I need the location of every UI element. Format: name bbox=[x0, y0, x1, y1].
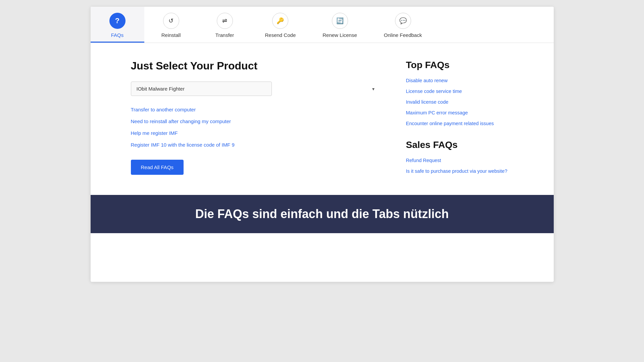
tab-faqs-label: FAQs bbox=[111, 32, 124, 38]
chevron-down-icon: ▾ bbox=[372, 86, 375, 92]
top-faq-link-1[interactable]: License code service time bbox=[406, 89, 513, 94]
tab-resend-code-label: Resend Code bbox=[265, 32, 296, 38]
faq-link-0[interactable]: Transfer to another computer bbox=[131, 107, 379, 112]
main-container: ? FAQs ↺ Reinstall ⇌ Transfer 🔑 Resend C… bbox=[91, 7, 554, 282]
faqs-icon: ? bbox=[109, 13, 126, 29]
tab-transfer[interactable]: ⇌ Transfer bbox=[198, 7, 252, 43]
tab-renew-license[interactable]: 🔄 Renew License bbox=[309, 7, 370, 43]
product-select[interactable]: IObit Malware Fighter Advanced SystemCar… bbox=[131, 82, 272, 96]
content-area: Just Select Your Product IObit Malware F… bbox=[91, 43, 554, 188]
product-select-wrapper: IObit Malware Fighter Advanced SystemCar… bbox=[131, 82, 379, 96]
top-faq-link-0[interactable]: Disable auto renew bbox=[406, 78, 513, 83]
banner-text: Die FAQs sind einfach und die Tabs nützl… bbox=[195, 207, 449, 221]
faq-link-2[interactable]: Help me register IMF bbox=[131, 130, 379, 136]
renew-license-icon: 🔄 bbox=[332, 13, 348, 29]
resend-code-icon: 🔑 bbox=[272, 13, 288, 29]
tab-transfer-label: Transfer bbox=[215, 32, 234, 38]
tab-faqs[interactable]: ? FAQs bbox=[91, 7, 144, 43]
faq-links: Transfer to another computer Need to rei… bbox=[131, 107, 379, 148]
faq-link-3[interactable]: Register IMF 10 with the license code of… bbox=[131, 142, 379, 148]
tab-renew-license-label: Renew License bbox=[323, 32, 357, 38]
top-faq-link-3[interactable]: Maximum PC error message bbox=[406, 110, 513, 115]
tab-reinstall[interactable]: ↺ Reinstall bbox=[144, 7, 198, 43]
transfer-icon: ⇌ bbox=[217, 13, 233, 29]
left-column: Just Select Your Product IObit Malware F… bbox=[131, 60, 379, 175]
bottom-banner: Die FAQs sind einfach und die Tabs nützl… bbox=[91, 195, 554, 233]
tab-online-feedback[interactable]: 💬 Online Feedback bbox=[370, 7, 435, 43]
section-title: Just Select Your Product bbox=[131, 60, 379, 72]
top-faqs-title: Top FAQs bbox=[406, 60, 513, 70]
sales-faq-links: Refund Request Is it safe to purchase pr… bbox=[406, 158, 513, 174]
online-feedback-icon: 💬 bbox=[395, 13, 411, 29]
sales-faq-link-0[interactable]: Refund Request bbox=[406, 158, 513, 163]
reinstall-icon: ↺ bbox=[163, 13, 179, 29]
faq-link-1[interactable]: Need to reinstall after changing my comp… bbox=[131, 118, 379, 124]
sales-faqs-title: Sales FAQs bbox=[406, 140, 513, 150]
top-faq-link-2[interactable]: Invalid license code bbox=[406, 99, 513, 105]
tab-online-feedback-label: Online Feedback bbox=[384, 32, 422, 38]
read-all-faqs-button[interactable]: Read All FAQs bbox=[131, 160, 184, 175]
right-column: Top FAQs Disable auto renew License code… bbox=[406, 60, 513, 175]
tab-reinstall-label: Reinstall bbox=[161, 32, 181, 38]
tab-resend-code[interactable]: 🔑 Resend Code bbox=[252, 7, 309, 43]
sales-faq-link-1[interactable]: Is it safe to purchase product via your … bbox=[406, 168, 513, 174]
top-faq-links: Disable auto renew License code service … bbox=[406, 78, 513, 126]
nav-tabs: ? FAQs ↺ Reinstall ⇌ Transfer 🔑 Resend C… bbox=[91, 7, 554, 43]
top-faq-link-4[interactable]: Encounter online payment related issues bbox=[406, 121, 513, 126]
